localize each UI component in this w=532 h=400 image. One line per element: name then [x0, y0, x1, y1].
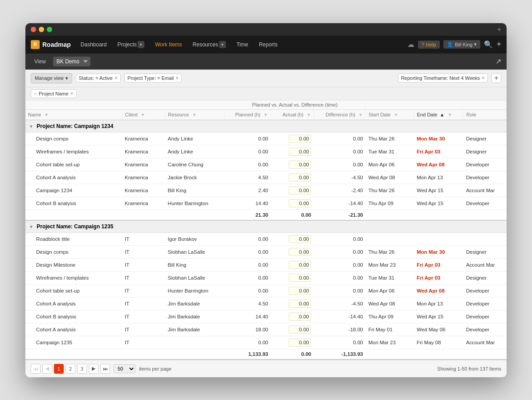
- page-next-button[interactable]: ▶: [89, 364, 98, 374]
- actual-value[interactable]: 0.00: [289, 135, 311, 143]
- row-actual[interactable]: 0.00: [271, 271, 314, 284]
- row-end: Mon Mar 30: [414, 245, 463, 258]
- page-3-button[interactable]: 3: [77, 364, 87, 374]
- nav-work-items[interactable]: Work Items: [151, 40, 186, 49]
- page-last-button[interactable]: ⏭: [100, 364, 110, 374]
- project-type-filter-chip: Project Type: = Email ×: [124, 74, 182, 82]
- planned-filter-icon[interactable]: ▼: [264, 112, 268, 117]
- row-client: IT: [122, 336, 165, 349]
- nav-reports[interactable]: Reports: [254, 40, 282, 49]
- col-header-role[interactable]: Role: [463, 109, 507, 120]
- nav-time[interactable]: Time: [232, 40, 253, 49]
- col-header-start[interactable]: Start Date ▼: [366, 109, 414, 120]
- projects-dropdown-arrow[interactable]: ▾: [138, 41, 144, 48]
- table-row: Cohort A analysis IT Jim Barksdale 18.00…: [25, 323, 507, 336]
- nav-resources[interactable]: Resources ▾: [188, 39, 230, 50]
- expand-arrow[interactable]: ▼: [29, 224, 33, 229]
- nav-dashboard[interactable]: Dashboard: [76, 40, 111, 49]
- per-page-select[interactable]: 50 25 100: [114, 364, 135, 373]
- actual-value[interactable]: 0.00: [289, 148, 311, 156]
- row-actual[interactable]: 0.00: [271, 323, 314, 336]
- actual-value[interactable]: 0.00: [289, 313, 311, 321]
- row-planned: 0.00: [224, 271, 271, 284]
- col-header-actual[interactable]: Actual (h) ▼: [271, 109, 314, 120]
- actual-value[interactable]: 0.00: [289, 261, 311, 269]
- row-actual[interactable]: 0.00: [271, 184, 314, 197]
- view-select[interactable]: BK Demo: [53, 57, 90, 66]
- end-filter-icon[interactable]: ▼: [448, 112, 452, 117]
- row-actual[interactable]: 0.00: [271, 145, 314, 158]
- status-filter-remove[interactable]: ×: [115, 75, 118, 81]
- row-diff: 0.00: [314, 145, 365, 158]
- page-prev-button[interactable]: ◀: [42, 364, 52, 374]
- page-first-button[interactable]: ⏮: [31, 364, 41, 374]
- row-actual[interactable]: 0.00: [271, 171, 314, 184]
- view-bar: View BK Demo ↗: [25, 54, 507, 70]
- project-type-filter-remove[interactable]: ×: [176, 75, 179, 81]
- col-header-name[interactable]: Name ▼: [25, 109, 122, 120]
- cloud-icon[interactable]: ☁: [407, 40, 414, 49]
- end-date-value: Fri Apr 03: [417, 275, 440, 280]
- row-actual[interactable]: 0.00: [271, 232, 314, 245]
- actual-filter-icon[interactable]: ▼: [307, 112, 311, 117]
- actual-value[interactable]: 0.00: [289, 173, 311, 181]
- name-filter-icon[interactable]: ▼: [44, 112, 49, 117]
- maximize-button[interactable]: [47, 27, 52, 32]
- user-menu[interactable]: 👤 Bill King ▾: [443, 40, 481, 49]
- client-filter-icon[interactable]: ▼: [141, 112, 145, 117]
- col-header-client[interactable]: Client ▼: [122, 109, 165, 120]
- actual-value[interactable]: 0.00: [289, 274, 311, 282]
- row-actual[interactable]: 0.00: [271, 284, 314, 297]
- search-icon[interactable]: 🔍: [484, 40, 493, 49]
- row-client: Kramerica: [122, 184, 165, 197]
- row-actual[interactable]: 0.00: [271, 132, 314, 145]
- app-window: + R Roadmap Dashboard Projects ▾ Work It…: [25, 23, 507, 377]
- title-bar-add-button[interactable]: +: [497, 25, 501, 33]
- row-actual[interactable]: 0.00: [271, 297, 314, 310]
- row-actual[interactable]: 0.00: [271, 197, 314, 210]
- close-button[interactable]: [31, 27, 36, 32]
- row-actual[interactable]: 0.00: [271, 310, 314, 323]
- end-date-value: Mon Mar 30: [417, 249, 445, 255]
- export-icon[interactable]: ↗: [495, 57, 501, 66]
- row-actual[interactable]: 0.00: [271, 258, 314, 271]
- row-end: Mon Apr 13: [414, 171, 463, 184]
- help-button[interactable]: ? Help: [418, 41, 440, 49]
- minimize-button[interactable]: [39, 27, 44, 32]
- row-actual[interactable]: 0.00: [271, 336, 314, 349]
- end-date-value: Fri May 08: [417, 340, 441, 345]
- row-actual[interactable]: 0.00: [271, 245, 314, 258]
- diff-filter-icon[interactable]: ▼: [358, 112, 363, 117]
- add-button[interactable]: +: [496, 40, 501, 49]
- actual-value[interactable]: 0.00: [289, 235, 311, 243]
- col-header-resource[interactable]: Resource ▼: [165, 109, 225, 120]
- group-filter-minus[interactable]: −: [34, 91, 37, 97]
- reporting-filter-remove[interactable]: ×: [482, 75, 485, 81]
- page-2-button[interactable]: 2: [65, 364, 75, 374]
- actual-value[interactable]: 0.00: [289, 161, 311, 169]
- col-header-planned[interactable]: Planned (h) ▼: [224, 109, 271, 120]
- actual-value[interactable]: 0.00: [289, 199, 311, 207]
- actual-value[interactable]: 0.00: [289, 186, 311, 194]
- expand-arrow[interactable]: ▼: [29, 124, 33, 129]
- page-1-button[interactable]: 1: [54, 364, 64, 374]
- actual-value[interactable]: 0.00: [289, 287, 311, 295]
- manage-view-button[interactable]: Manage view ▾: [31, 73, 72, 83]
- group-filter-remove[interactable]: ×: [70, 91, 74, 96]
- row-actual[interactable]: 0.00: [271, 158, 314, 171]
- start-filter-icon[interactable]: ▼: [394, 112, 398, 117]
- row-client: Kramerica: [122, 158, 165, 171]
- col-header-end[interactable]: End Date ▲ ▼: [414, 109, 463, 120]
- add-filter-button[interactable]: +: [491, 73, 501, 83]
- row-name: Campaign 1235: [25, 336, 122, 349]
- resource-filter-icon[interactable]: ▼: [192, 112, 196, 117]
- resources-dropdown-arrow[interactable]: ▾: [219, 41, 226, 48]
- table-body: ▼ Project Name: Campaign 1234 Design com…: [25, 120, 507, 359]
- nav-projects[interactable]: Projects ▾: [113, 39, 149, 50]
- actual-value[interactable]: 0.00: [289, 338, 311, 346]
- actual-value[interactable]: 0.00: [289, 326, 311, 334]
- actual-value[interactable]: 0.00: [289, 300, 311, 308]
- col-header-diff[interactable]: Difference (h) ▼: [314, 109, 365, 120]
- actual-value[interactable]: 0.00: [289, 248, 311, 256]
- row-start: Thu Mar 26: [366, 184, 414, 197]
